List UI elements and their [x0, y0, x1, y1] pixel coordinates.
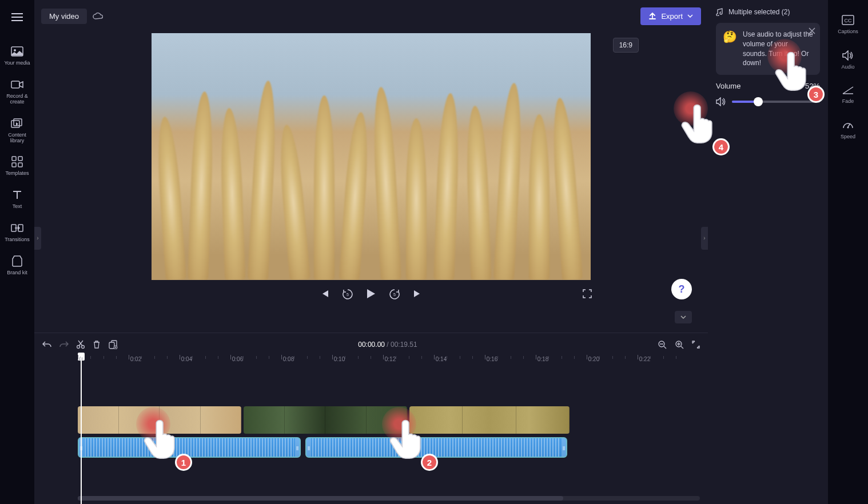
tip-text: Use audio to adjust the volume of your s…: [743, 30, 813, 68]
rs-fade[interactable]: Fade: [831, 79, 865, 111]
nav-your-media[interactable]: Your media: [1, 39, 33, 72]
nav-record-create[interactable]: Record & create: [1, 72, 33, 111]
rs-label: Speed: [841, 134, 855, 139]
audio-clip[interactable]: ||||: [305, 437, 567, 458]
nav-content-library[interactable]: Content library: [1, 111, 33, 150]
fade-icon: [842, 86, 854, 95]
rs-captions[interactable]: CC Captions: [831, 8, 865, 41]
nav-label: Brand kit: [7, 270, 27, 276]
video-clip[interactable]: [409, 406, 570, 434]
video-clip[interactable]: [78, 406, 241, 434]
nav-transitions[interactable]: Transitions: [1, 215, 33, 249]
nav-label: Your media: [4, 61, 30, 66]
forward-5-button[interactable]: 5: [389, 288, 400, 299]
svg-point-13: [77, 346, 80, 349]
hamburger-menu[interactable]: [7, 7, 27, 27]
left-sidebar: Your media Record & create Content libra…: [0, 0, 34, 504]
volume-slider[interactable]: [732, 101, 820, 103]
collapse-panel-button[interactable]: [675, 311, 692, 323]
rs-audio[interactable]: Audio: [831, 43, 865, 77]
library-icon: [10, 117, 24, 130]
video-preview[interactable]: [152, 33, 591, 280]
top-bar: My video Export: [34, 0, 708, 32]
brand-kit-icon: [10, 254, 24, 268]
total-time: 00:19.51: [391, 341, 417, 349]
audio-icon: [842, 50, 854, 61]
fit-zoom-button[interactable]: [692, 340, 700, 349]
nav-label: Text: [13, 204, 22, 210]
tip-card: 🤔 Use audio to adjust the volume of your…: [716, 23, 820, 75]
rs-speed[interactable]: Speed: [831, 113, 865, 146]
timeline-tracks[interactable]: |||| ||||: [34, 372, 708, 504]
text-icon: [10, 188, 24, 202]
panel-header-text: Multiple selected (2): [728, 8, 790, 16]
nav-templates[interactable]: Templates: [1, 149, 33, 182]
svg-text:5: 5: [393, 293, 396, 297]
audio-clip[interactable]: ||||: [78, 437, 301, 458]
split-button[interactable]: [77, 340, 85, 349]
duplicate-button[interactable]: [109, 340, 118, 349]
volume-row: Volume 52%: [716, 82, 820, 90]
volume-slider-row: [716, 97, 820, 106]
volume-label: Volume: [716, 82, 740, 90]
export-label: Export: [661, 12, 683, 21]
volume-value: 52%: [805, 82, 820, 90]
zoom-out-button[interactable]: [658, 340, 667, 349]
properties-panel: Multiple selected (2) 🤔 Use audio to adj…: [708, 0, 828, 504]
rewind-5-button[interactable]: 5: [342, 288, 353, 299]
tip-close-button[interactable]: [809, 27, 815, 34]
chevron-down-icon: [687, 14, 693, 18]
video-clip[interactable]: [244, 406, 407, 434]
timeline-time: 00:00.00 / 00:19.51: [126, 341, 650, 349]
speaker-icon[interactable]: [716, 97, 726, 106]
preview-area: 16:9 5 5 ?: [34, 32, 708, 333]
current-time: 00:00.00: [358, 341, 385, 349]
rs-label: Captions: [838, 29, 858, 34]
timeline-ruler[interactable]: 0 0:02 0:04 0:06 0:08 0:10 0:12 0:14 0:1…: [34, 356, 708, 372]
captions-icon: CC: [842, 15, 854, 25]
cloud-sync-icon[interactable]: [93, 12, 103, 20]
aspect-ratio-badge[interactable]: 16:9: [613, 38, 639, 53]
redo-button[interactable]: [59, 341, 69, 349]
media-icon: [10, 45, 24, 58]
skip-back-button[interactable]: [319, 289, 329, 298]
video-track: [78, 406, 570, 434]
nav-label: Templates: [5, 171, 29, 177]
upload-icon: [648, 12, 656, 20]
play-button[interactable]: [366, 288, 376, 299]
skip-forward-button[interactable]: [413, 289, 423, 298]
svg-rect-2: [11, 81, 19, 88]
svg-rect-4: [14, 119, 22, 126]
rs-label: Audio: [841, 64, 854, 70]
timeline-toolbar: 00:00.00 / 00:19.51: [34, 333, 708, 356]
timeline: 00:00.00 / 00:19.51 0 0:02 0:04 0:06 0:0…: [34, 333, 708, 504]
music-note-icon: [716, 8, 724, 16]
nav-label: Content library: [2, 133, 32, 144]
help-button[interactable]: ?: [671, 279, 692, 299]
right-sidebar: CC Captions Audio Fade Speed: [828, 0, 868, 504]
svg-rect-5: [12, 157, 16, 161]
timeline-scrollbar[interactable]: [78, 496, 700, 501]
project-title[interactable]: My video: [41, 9, 87, 24]
main-area: › › My video Export: [34, 0, 708, 504]
tip-emoji-icon: 🤔: [723, 30, 737, 68]
rs-label: Fade: [842, 98, 854, 104]
undo-button[interactable]: [42, 341, 51, 349]
transitions-icon: [10, 221, 24, 235]
svg-point-14: [82, 346, 85, 349]
svg-rect-6: [18, 157, 22, 161]
audio-track: |||| ||||: [78, 437, 567, 458]
svg-point-1: [14, 49, 16, 51]
delete-button[interactable]: [93, 340, 101, 349]
nav-brand-kit[interactable]: Brand kit: [1, 249, 33, 282]
svg-rect-8: [18, 163, 22, 167]
zoom-in-button[interactable]: [675, 340, 684, 349]
playback-controls: 5 5: [152, 280, 591, 307]
record-icon: [10, 78, 24, 91]
export-button[interactable]: Export: [640, 7, 701, 25]
svg-rect-7: [12, 163, 16, 167]
nav-text[interactable]: Text: [1, 182, 33, 215]
fullscreen-button[interactable]: [583, 289, 592, 298]
templates-icon: [10, 155, 24, 169]
nav-label: Transitions: [5, 237, 30, 243]
